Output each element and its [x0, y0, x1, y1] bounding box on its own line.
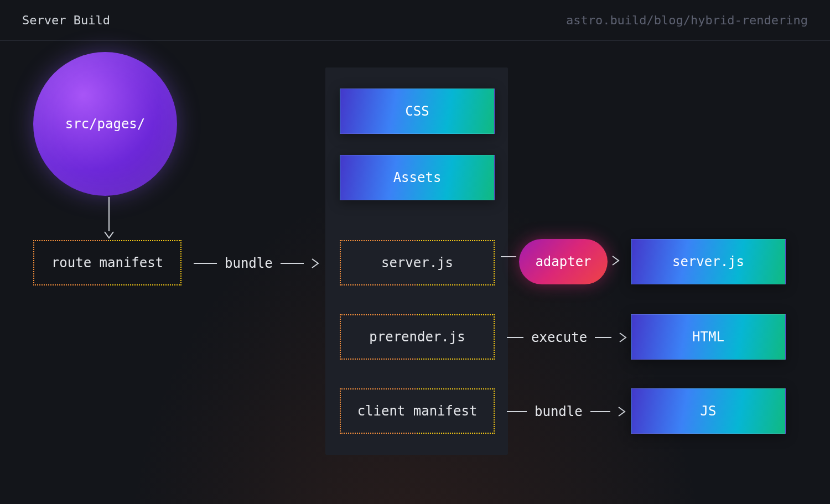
arrow-right-icon [619, 332, 627, 342]
diagram-canvas: src/pages/ route manifest bundle CSS Ass… [0, 41, 830, 500]
html-output-box: HTML [631, 314, 786, 360]
prerender-js-box: prerender.js [340, 314, 495, 360]
html-output-label: HTML [692, 329, 724, 345]
source-url: astro.build/blog/hybrid-rendering [566, 13, 808, 27]
js-output-box: JS [631, 388, 786, 434]
header: Server Build astro.build/blog/hybrid-ren… [0, 0, 830, 41]
css-label: CSS [405, 103, 429, 119]
page-title: Server Build [22, 13, 110, 27]
arrow-right-icon [612, 256, 620, 266]
flow-bundle-1: bundle [194, 256, 319, 271]
client-manifest-label: client manifest [357, 403, 478, 419]
adapter-pill: adapter [519, 239, 608, 284]
server-js-output-label: server.js [672, 254, 744, 269]
flow-bundle-2: bundle [507, 404, 626, 419]
source-pages-label: src/pages/ [65, 116, 146, 132]
assets-label: Assets [393, 170, 442, 185]
server-js-label: server.js [381, 255, 453, 271]
arrow-down-icon [104, 197, 114, 239]
route-manifest-box: route manifest [33, 240, 181, 285]
bundle-label: bundle [225, 256, 273, 271]
flow-execute: execute [507, 330, 627, 345]
source-pages-circle: src/pages/ [33, 52, 177, 196]
flow-adapter [501, 256, 516, 257]
assets-output-box: Assets [340, 155, 495, 200]
prerender-js-label: prerender.js [369, 329, 465, 345]
bundle-label-2: bundle [535, 404, 583, 419]
js-output-label: JS [701, 403, 717, 419]
server-js-output-box: server.js [631, 239, 786, 284]
arrow-right-icon [312, 258, 319, 268]
arrow-right-icon [618, 407, 626, 417]
route-manifest-label: route manifest [51, 255, 163, 271]
adapter-label: adapter [535, 254, 591, 269]
server-js-box: server.js [340, 240, 495, 285]
flow-adapter-out [612, 256, 620, 266]
execute-label: execute [531, 330, 587, 345]
css-output-box: CSS [340, 89, 495, 134]
client-manifest-box: client manifest [340, 388, 495, 434]
